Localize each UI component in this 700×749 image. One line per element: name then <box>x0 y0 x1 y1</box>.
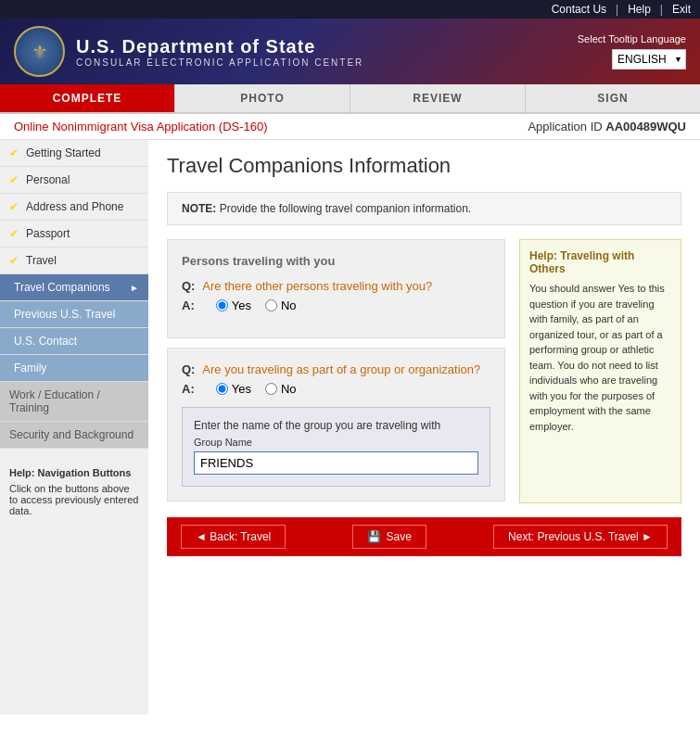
q2-yes-option[interactable]: Yes <box>216 382 251 396</box>
tab-photo[interactable]: PHOTO <box>175 84 350 112</box>
save-button[interactable]: 💾 Save <box>352 525 426 549</box>
q1-no-option[interactable]: No <box>265 298 297 312</box>
sidebar-label-travel-companions: Travel Companions <box>14 281 110 294</box>
sidebar-item-personal[interactable]: ✔ Personal <box>0 167 148 194</box>
sidebar-label-family: Family <box>14 362 46 374</box>
a2-label: A: <box>182 382 195 396</box>
sidebar-help-title: Help: Navigation Buttons <box>9 467 139 478</box>
answer-row-1: A: Yes No <box>182 298 490 312</box>
qa-block-2: Q: Are you traveling as part of a group … <box>182 362 490 396</box>
sidebar-item-address-phone[interactable]: ✔ Address and Phone <box>0 194 148 221</box>
header: ⚜ U.S. Department of State CONSULAR ELEC… <box>0 19 700 84</box>
tab-sign[interactable]: SIGN <box>526 84 700 112</box>
bottom-nav: ◄ Back: Travel 💾 Save Next: Previous U.S… <box>167 517 681 556</box>
form-section: Persons traveling with you Q: Are there … <box>167 239 681 503</box>
sidebar-item-prev-us-travel[interactable]: Previous U.S. Travel <box>0 301 148 328</box>
qa-block-1: Q: Are there other persons traveling wit… <box>182 279 490 312</box>
app-id: Application ID AA00489WQU <box>528 120 686 133</box>
section-group: Q: Are you traveling as part of a group … <box>167 348 505 501</box>
contact-us-link[interactable]: Contact Us <box>552 3 606 16</box>
answer-row-2: A: Yes No <box>182 382 490 396</box>
group-name-section: Enter the name of the group you are trav… <box>182 407 490 487</box>
language-select[interactable]: ENGLISH <box>612 49 686 70</box>
form-link[interactable]: Online Nonimmigrant Visa Application (DS… <box>14 120 268 133</box>
us-seal: ⚜ <box>14 26 65 77</box>
help-panel-title: Help: Traveling with Others <box>529 249 671 275</box>
sidebar-label-address-phone: Address and Phone <box>26 200 123 213</box>
sidebar-label-work-edu: Work / Education / Training <box>9 388 139 414</box>
section-title-persons: Persons traveling with you <box>182 254 490 268</box>
header-right: Select Tooltip Language ENGLISH <box>578 33 686 70</box>
q2-yes-radio[interactable] <box>216 383 228 395</box>
q2-no-label: No <box>281 382 297 396</box>
header-left: ⚜ U.S. Department of State CONSULAR ELEC… <box>14 26 363 77</box>
exit-link[interactable]: Exit <box>672 3 691 16</box>
note-box: NOTE: Provide the following travel compa… <box>167 192 681 225</box>
sidebar-label-security: Security and Background <box>9 428 134 441</box>
q1-no-radio[interactable] <box>265 299 277 311</box>
agency-name: U.S. Department of State CONSULAR ELECTR… <box>76 36 363 68</box>
question-1: Q: Are there other persons traveling wit… <box>182 279 490 293</box>
check-icon: ✔ <box>9 254 19 267</box>
sidebar-item-family[interactable]: Family <box>0 355 148 382</box>
sidebar-label-us-contact: U.S. Contact <box>14 335 77 348</box>
q2-no-option[interactable]: No <box>265 382 297 396</box>
top-bar: Contact Us | Help | Exit <box>0 0 700 19</box>
sidebar-item-getting-started[interactable]: ✔ Getting Started <box>0 140 148 167</box>
q1-text: Are there other persons traveling with y… <box>202 279 432 293</box>
sidebar-item-passport[interactable]: ✔ Passport <box>0 221 148 248</box>
check-icon: ✔ <box>9 200 19 213</box>
tab-complete[interactable]: COMPLETE <box>0 84 175 112</box>
sidebar-item-us-contact[interactable]: U.S. Contact <box>0 328 148 355</box>
q1-yes-option[interactable]: Yes <box>216 298 251 312</box>
sidebar-item-work-edu[interactable]: Work / Education / Training <box>0 382 148 422</box>
sidebar-help: Help: Navigation Buttons Click on the bu… <box>0 458 148 526</box>
sidebar-item-security[interactable]: Security and Background <box>0 422 148 449</box>
check-icon: ✔ <box>9 146 19 159</box>
q1-label: Q: <box>182 279 195 293</box>
agency-subtitle: CONSULAR ELECTRONIC APPLICATION CENTER <box>76 57 363 68</box>
sidebar-label-travel: Travel <box>26 254 57 267</box>
app-id-value: AA00489WQU <box>605 120 686 133</box>
sidebar-label-passport: Passport <box>26 227 70 240</box>
sidebar: ✔ Getting Started ✔ Personal ✔ Address a… <box>0 140 148 715</box>
help-panel: Help: Traveling with Others You should a… <box>519 239 681 503</box>
sidebar-item-travel[interactable]: ✔ Travel <box>0 248 148 274</box>
section-persons: Persons traveling with you Q: Are there … <box>167 239 505 338</box>
group-prompt: Enter the name of the group you are trav… <box>194 419 478 432</box>
main-layout: ✔ Getting Started ✔ Personal ✔ Address a… <box>0 140 700 715</box>
arrow-icon: ► <box>130 283 139 293</box>
q1-yes-radio[interactable] <box>216 299 228 311</box>
sidebar-label-getting-started: Getting Started <box>26 146 101 159</box>
app-id-bar: Online Nonimmigrant Visa Application (DS… <box>0 114 700 140</box>
check-icon: ✔ <box>9 227 19 240</box>
sidebar-help-text: Click on the buttons above to access pre… <box>9 483 139 516</box>
help-panel-text: You should answer Yes to this question i… <box>529 281 671 434</box>
note-label: NOTE: <box>182 202 216 215</box>
q2-label: Q: <box>182 362 195 376</box>
back-button[interactable]: ◄ Back: Travel <box>181 525 286 549</box>
q2-text: Are you traveling as part of a group or … <box>202 362 480 376</box>
tab-review[interactable]: REVIEW <box>350 84 526 112</box>
tooltip-label: Select Tooltip Language <box>578 33 686 44</box>
group-name-label: Group Name <box>194 437 478 448</box>
group-name-input[interactable] <box>194 451 478 475</box>
page-title: Travel Companions Information <box>167 154 681 178</box>
sidebar-label-personal: Personal <box>26 173 70 186</box>
check-icon: ✔ <box>9 173 19 186</box>
sidebar-label-prev-us-travel: Previous U.S. Travel <box>14 308 115 321</box>
nav-tabs: COMPLETE PHOTO REVIEW SIGN <box>0 84 700 114</box>
next-button[interactable]: Next: Previous U.S. Travel ► <box>493 525 668 549</box>
q2-no-radio[interactable] <box>265 383 277 395</box>
q2-yes-label: Yes <box>232 382 251 396</box>
q1-yes-label: Yes <box>232 298 251 312</box>
a1-label: A: <box>182 298 195 312</box>
note-text: Provide the following travel companion i… <box>220 202 471 215</box>
q1-no-label: No <box>281 298 297 312</box>
save-label: Save <box>386 530 411 543</box>
sidebar-item-travel-companions[interactable]: Travel Companions ► <box>0 274 148 301</box>
help-link[interactable]: Help <box>628 3 651 16</box>
question-2: Q: Are you traveling as part of a group … <box>182 362 490 376</box>
form-left: Persons traveling with you Q: Are there … <box>167 239 505 503</box>
language-wrapper[interactable]: ENGLISH <box>612 49 686 70</box>
